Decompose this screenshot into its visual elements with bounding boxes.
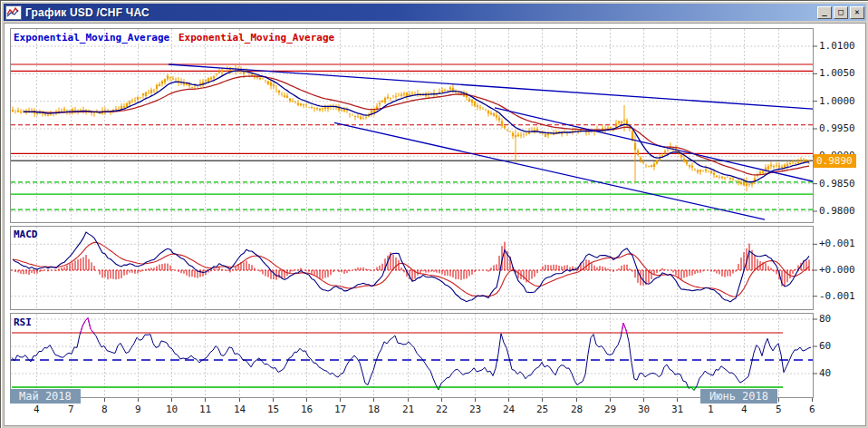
date-tick-label: 6: [809, 404, 815, 415]
main-panel-plot[interactable]: [11, 29, 814, 223]
date-tick-label: 30: [638, 404, 650, 415]
date-tick-label: 5: [776, 404, 782, 415]
rsi-axis-label: 40: [819, 367, 831, 379]
date-tick-label: 29: [604, 404, 616, 415]
date-tick-label: 21: [402, 404, 414, 415]
rsi-axis-label: 60: [819, 340, 831, 352]
date-tick-label: 25: [536, 404, 548, 415]
price-axis-label: 1.0000: [819, 95, 855, 107]
rsi-panel-plot[interactable]: [11, 314, 814, 398]
macd-panel-plot[interactable]: [11, 227, 814, 310]
price-axis-label: 0.9850: [819, 178, 855, 190]
price-axis-label: 0.9950: [819, 122, 855, 134]
date-tick-label: 4: [741, 404, 747, 415]
date-tick-label: 4: [34, 404, 40, 415]
macd-panel-label: MACD: [14, 229, 38, 240]
date-tick-label: 9: [135, 404, 141, 415]
rsi-panel-label: RSI: [14, 316, 32, 328]
date-tick-label: 28: [571, 404, 583, 415]
date-tick-label: 10: [166, 404, 178, 415]
macd-axis-label: +0.001: [819, 238, 855, 249]
month-label-june: Июнь 2018: [700, 389, 777, 404]
price-axis-label: 0.9800: [819, 205, 855, 217]
date-tick-label: 31: [671, 404, 683, 415]
date-tick-label: 8: [101, 404, 108, 415]
date-tick-label: 16: [301, 404, 313, 415]
price-axis-label: 1.0050: [819, 67, 855, 79]
date-tick-label: 15: [267, 404, 279, 415]
legend-ema-slow: Exponential_Moving_Average: [178, 32, 334, 44]
date-tick-label: 17: [334, 404, 346, 415]
date-tick-label: 14: [234, 404, 246, 415]
current-price-tag: 0.9890: [814, 154, 856, 168]
date-tick-label: 1: [708, 404, 714, 415]
date-tick-label: 24: [503, 404, 515, 415]
chart-canvas[interactable]: [1, 1, 868, 428]
macd-axis-label: +0.000: [819, 264, 855, 276]
legend-ema-fast: Exponential_Moving_Average: [14, 32, 169, 44]
app-window: График USD /CHF ЧАС _ □ ✕ Exponential_Mo…: [0, 0, 868, 428]
rsi-axis-label: 80: [819, 313, 831, 325]
month-label-may: Май 2018: [10, 389, 81, 404]
date-tick-label: 22: [436, 404, 448, 415]
date-tick-label: 23: [469, 404, 481, 415]
date-tick-label: 11: [199, 404, 211, 415]
date-tick-label: 18: [368, 404, 380, 415]
price-axis-label: 1.0100: [819, 40, 855, 52]
macd-axis-label: -0.001: [819, 290, 855, 302]
date-tick-label: 7: [68, 404, 74, 415]
